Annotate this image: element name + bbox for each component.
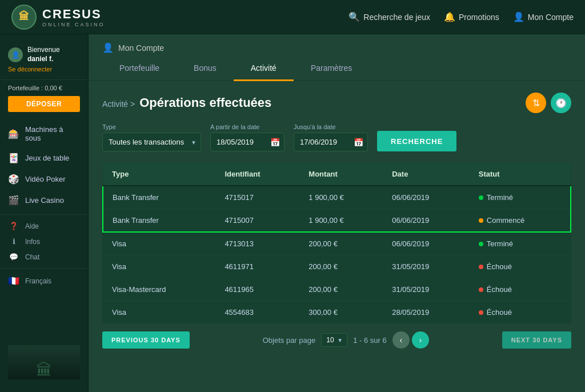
sidebar-item-live-casino[interactable]: 🎬 Live Casino	[0, 190, 88, 211]
nav-search-label: Recherche de jeux	[363, 13, 430, 22]
table-header-row: Type Identifiant Montant Date Statut	[103, 163, 571, 186]
logout-link[interactable]: Se déconnecter	[8, 66, 80, 73]
layout: 👤 Bienvenue daniel f. Se déconnecter Por…	[0, 34, 585, 392]
tab-portefeuille[interactable]: Portefeuille	[102, 57, 177, 81]
cell-amount: 200,00 €	[299, 232, 383, 255]
user-name: Bienvenue daniel f.	[27, 46, 60, 63]
from-date-group: A partir de la date 📅	[210, 123, 285, 151]
live-casino-icon: 🎬	[8, 195, 19, 206]
to-label: Jusqu'à la date	[294, 123, 368, 130]
sidebar: 👤 Bienvenue daniel f. Se déconnecter Por…	[0, 34, 89, 392]
next-page-button[interactable]: ›	[412, 331, 429, 349]
cell-date: 31/05/2019	[383, 255, 470, 278]
slots-icon: 🎰	[8, 129, 19, 139]
user-section: 👤 Bienvenue daniel f. Se déconnecter	[0, 41, 88, 80]
nav-right: 🔍 Recherche de jeux 🔔 Promotions 👤 Mon C…	[348, 11, 574, 22]
sidebar-menu: 🎰 Machines à sous 🃏 Jeux de table 🎲 Vidé…	[0, 120, 88, 211]
tab-parametres[interactable]: Paramètres	[294, 57, 369, 81]
cell-date: 06/06/2019	[383, 232, 470, 255]
col-date: Date	[383, 163, 470, 186]
per-page-select[interactable]: 10 25 50	[321, 333, 347, 347]
cell-status: Échoué	[470, 255, 571, 278]
sidebar-decoration: 🏛	[8, 345, 80, 379]
status-dot	[479, 195, 483, 200]
status-label: Échoué	[487, 308, 512, 317]
to-date-group: Jusqu'à la date 📅	[294, 123, 368, 151]
cell-type: Visa	[103, 232, 215, 255]
cell-id: 4715017	[215, 186, 299, 209]
flag-icon: 🇫🇷	[8, 275, 19, 286]
cell-type: Bank Transfer	[103, 186, 215, 209]
status-dot	[479, 265, 483, 269]
search-button[interactable]: RECHERCHE	[377, 131, 456, 151]
sort-button[interactable]: ⇅	[526, 93, 546, 113]
cell-type: Visa-Mastercard	[103, 278, 215, 301]
sidebar-slots-label: Machines à sous	[25, 125, 80, 142]
status-dot	[479, 242, 483, 246]
tab-activite[interactable]: Activité	[234, 57, 294, 81]
col-amount: Montant	[299, 163, 383, 186]
page-heading-left: Activité > Opérations effectuées	[102, 95, 271, 110]
cell-status: Commencé	[470, 209, 571, 233]
cell-amount: 1 900,00 €	[299, 186, 383, 209]
language-label: Français	[25, 277, 51, 285]
nav-promotions[interactable]: 🔔 Promotions	[444, 11, 499, 22]
nav-search[interactable]: 🔍 Recherche de jeux	[348, 11, 430, 22]
tabs: Portefeuille Bonus Activité Paramètres	[89, 57, 585, 81]
sidebar-item-language[interactable]: 🇫🇷 Français	[0, 272, 88, 290]
main-header: 👤 Mon Compte	[89, 34, 585, 53]
sidebar-item-chat[interactable]: 💬 Chat	[0, 249, 88, 265]
col-type: Type	[103, 163, 215, 186]
cell-type: Bank Transfer	[103, 209, 215, 233]
deposit-button[interactable]: DÉPOSER	[8, 96, 80, 112]
nav-promotions-label: Promotions	[459, 13, 499, 22]
table-row: Visa4554683300,00 €28/05/2019Échoué	[103, 301, 571, 324]
status-dot	[479, 310, 483, 315]
from-date-input[interactable]	[210, 133, 285, 151]
cell-type: Visa	[103, 255, 215, 278]
sidebar-divider-2	[0, 268, 88, 269]
prev-page-button[interactable]: ‹	[392, 331, 410, 349]
bell-icon: 🔔	[444, 11, 455, 22]
account-header-icon: 👤	[102, 42, 114, 53]
cell-id: 4611971	[215, 255, 299, 278]
status-label: Terminé	[487, 193, 513, 202]
status-label: Échoué	[487, 262, 512, 271]
tab-bonus[interactable]: Bonus	[177, 57, 234, 81]
status-dot	[479, 218, 483, 223]
avatar: 👤	[8, 47, 23, 62]
cell-date: 31/05/2019	[383, 278, 470, 301]
cell-amount: 300,00 €	[299, 301, 383, 324]
cell-status: Terminé	[470, 232, 571, 255]
info-icon: ℹ	[8, 237, 19, 246]
table-games-icon: 🃏	[8, 153, 19, 163]
per-page-label: Objets par page	[263, 336, 316, 345]
cell-id: 4554683	[215, 301, 299, 324]
nav-account-label: Mon Compte	[528, 13, 574, 22]
sidebar-item-help[interactable]: ❓ Aide	[0, 218, 88, 234]
cell-date: 06/06/2019	[383, 209, 470, 233]
status-label: Terminé	[487, 239, 513, 248]
cell-id: 4713013	[215, 232, 299, 255]
sidebar-item-info[interactable]: ℹ Infos	[0, 234, 88, 249]
logo: 🏛 CRESUS ONLINE CASINO	[11, 5, 105, 30]
col-id: Identifiant	[215, 163, 299, 186]
cell-amount: 1 900,00 €	[299, 209, 383, 233]
sidebar-item-table-games[interactable]: 🃏 Jeux de table	[0, 147, 88, 169]
cell-type: Visa	[103, 301, 215, 324]
sidebar-item-video-poker[interactable]: 🎲 Vidéo Poker	[0, 169, 88, 190]
type-select[interactable]: Toutes les transactions	[102, 133, 201, 151]
type-select-wrapper: Toutes les transactions ▼	[102, 133, 201, 151]
transactions-table-wrap: Type Identifiant Montant Date Statut Ban…	[102, 163, 571, 323]
sidebar-divider	[0, 214, 88, 215]
per-page-select-wrap: 10 25 50 ▼	[321, 333, 347, 347]
page-content: Activité > Opérations effectuées ⇅ 🕐 Typ…	[89, 81, 585, 362]
nav-account[interactable]: 👤 Mon Compte	[513, 11, 574, 22]
balance-display: Portefeuille : 0,00 €	[8, 85, 80, 91]
cell-status: Échoué	[470, 301, 571, 324]
prev-period-button[interactable]: PREVIOUS 30 DAYS	[102, 331, 190, 349]
to-date-input[interactable]	[294, 133, 368, 151]
history-button[interactable]: 🕐	[551, 93, 571, 113]
next-period-button[interactable]: NEXT 30 DAYS	[502, 331, 571, 349]
sidebar-item-slots[interactable]: 🎰 Machines à sous	[0, 120, 88, 147]
